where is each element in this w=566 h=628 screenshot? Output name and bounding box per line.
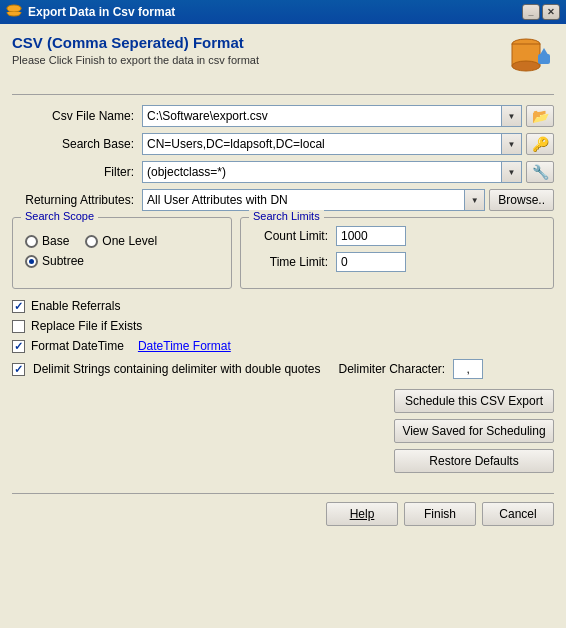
filter-input[interactable] (142, 161, 502, 183)
replace-file-label: Replace File if Exists (31, 319, 142, 333)
title-bar-text: Export Data in Csv format (28, 5, 522, 19)
radio-subtree[interactable]: Subtree (25, 254, 219, 268)
time-limit-row: Time Limit: (253, 252, 541, 272)
search-base-dropdown-arrow[interactable]: ▼ (502, 133, 522, 155)
bottom-bar: Help Finish Cancel (12, 493, 554, 530)
enable-referrals-row: Enable Referrals (12, 299, 554, 313)
delimit-strings-checkbox[interactable] (12, 363, 25, 376)
filter-dropdown-arrow[interactable]: ▼ (502, 161, 522, 183)
enable-referrals-checkbox[interactable] (12, 300, 25, 313)
search-scope-group: Search Scope Base One Level Subtree (12, 217, 232, 289)
returning-attributes-combo[interactable]: ▼ (142, 189, 485, 211)
finish-button[interactable]: Finish (404, 502, 476, 526)
search-base-icon-btn[interactable]: 🔑 (526, 133, 554, 155)
enable-referrals-label: Enable Referrals (31, 299, 120, 313)
radio-base[interactable]: Base (25, 234, 69, 248)
search-base-combo[interactable]: ▼ (142, 133, 522, 155)
replace-file-checkbox[interactable] (12, 320, 25, 333)
delimiter-character-label: Delimiter Character: (338, 362, 445, 376)
radio-base-label: Base (42, 234, 69, 248)
time-limit-label: Time Limit: (253, 255, 328, 269)
radio-base-circle[interactable] (25, 235, 38, 248)
title-bar-buttons: _ ✕ (522, 4, 560, 20)
returning-attributes-label: Returning Attributes: (12, 193, 142, 207)
returning-attributes-row: Returning Attributes: ▼ Browse.. (12, 189, 554, 211)
search-scope-title: Search Scope (21, 210, 98, 222)
replace-file-row: Replace File if Exists (12, 319, 554, 333)
help-button[interactable]: Help (326, 502, 398, 526)
count-limit-row: Count Limit: (253, 226, 541, 246)
delimit-strings-label: Delimit Strings containing delimiter wit… (33, 362, 320, 376)
cancel-button[interactable]: Cancel (482, 502, 554, 526)
search-base-label: Search Base: (12, 137, 142, 151)
filter-icon-btn[interactable]: 🔧 (526, 161, 554, 183)
count-limit-label: Count Limit: (253, 229, 328, 243)
datetime-format-link[interactable]: DateTime Format (138, 339, 231, 353)
svg-point-3 (512, 61, 540, 71)
filter-row: Filter: ▼ 🔧 (12, 161, 554, 183)
radio-subtree-circle[interactable] (25, 255, 38, 268)
header-separator (12, 94, 554, 95)
format-datetime-row: Format DateTime DateTime Format (12, 339, 554, 353)
time-limit-input[interactable] (336, 252, 406, 272)
csv-file-browse-icon-btn[interactable]: 📂 (526, 105, 554, 127)
dialog-body: CSV (Comma Seperated) Format Please Clic… (0, 24, 566, 540)
radio-row-top: Base One Level (25, 234, 219, 248)
csv-file-name-dropdown-arrow[interactable]: ▼ (502, 105, 522, 127)
search-base-input[interactable] (142, 133, 502, 155)
search-limits-group: Search Limits Count Limit: Time Limit: (240, 217, 554, 289)
search-limits-title: Search Limits (249, 210, 324, 222)
title-bar-icon (6, 4, 22, 20)
radio-subtree-label: Subtree (42, 254, 84, 268)
dialog-title: CSV (Comma Seperated) Format (12, 34, 259, 51)
database-icon (504, 34, 554, 84)
delimit-strings-row: Delimit Strings containing delimiter wit… (12, 359, 554, 379)
radio-one-level-circle[interactable] (85, 235, 98, 248)
radio-one-level[interactable]: One Level (85, 234, 157, 248)
count-limit-input[interactable] (336, 226, 406, 246)
returning-attributes-input[interactable] (142, 189, 465, 211)
returning-attributes-control: ▼ Browse.. (142, 189, 554, 211)
delimiter-character-input[interactable] (453, 359, 483, 379)
filter-combo[interactable]: ▼ (142, 161, 522, 183)
header-section: CSV (Comma Seperated) Format Please Clic… (12, 34, 554, 84)
title-bar: Export Data in Csv format _ ✕ (0, 0, 566, 24)
returning-attributes-dropdown-arrow[interactable]: ▼ (465, 189, 485, 211)
csv-file-name-row: Csv File Name: ▼ 📂 (12, 105, 554, 127)
format-datetime-label: Format DateTime (31, 339, 124, 353)
csv-file-name-combo[interactable]: ▼ (142, 105, 522, 127)
csv-file-name-input[interactable] (142, 105, 502, 127)
scope-limits-section: Search Scope Base One Level Subtree (12, 217, 554, 289)
action-buttons: Schedule this CSV Export View Saved for … (12, 389, 554, 473)
filter-control: ▼ 🔧 (142, 161, 554, 183)
search-base-row: Search Base: ▼ 🔑 (12, 133, 554, 155)
radio-one-level-label: One Level (102, 234, 157, 248)
view-saved-for-scheduling-button[interactable]: View Saved for Scheduling (394, 419, 554, 443)
csv-file-name-label: Csv File Name: (12, 109, 142, 123)
dialog-subtitle: Please Click Finish to export the data i… (12, 54, 259, 66)
minimize-btn[interactable]: _ (522, 4, 540, 20)
schedule-csv-export-button[interactable]: Schedule this CSV Export (394, 389, 554, 413)
restore-defaults-button[interactable]: Restore Defaults (394, 449, 554, 473)
header-text: CSV (Comma Seperated) Format Please Clic… (12, 34, 259, 66)
browse-button[interactable]: Browse.. (489, 189, 554, 211)
filter-label: Filter: (12, 165, 142, 179)
format-datetime-checkbox[interactable] (12, 340, 25, 353)
search-base-control: ▼ 🔑 (142, 133, 554, 155)
csv-file-name-control: ▼ 📂 (142, 105, 554, 127)
close-btn[interactable]: ✕ (542, 4, 560, 20)
